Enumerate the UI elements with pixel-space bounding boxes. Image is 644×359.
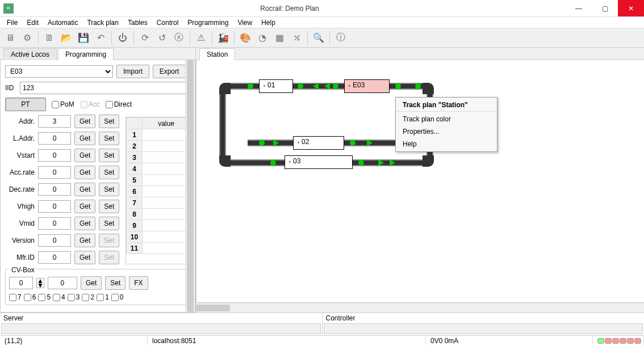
- cv-input-Vmid[interactable]: [38, 217, 71, 230]
- grid-cell[interactable]: [143, 243, 190, 254]
- tab-station[interactable]: Station: [199, 48, 235, 60]
- cvbox-fx[interactable]: FX: [129, 276, 148, 290]
- cv-input-Mfr.ID[interactable]: [38, 251, 71, 264]
- cvbox-input-b[interactable]: [48, 277, 77, 289]
- gauge-icon[interactable]: ◔: [254, 30, 270, 46]
- cycle-icon[interactable]: ↺: [154, 30, 170, 46]
- direct-checkbox[interactable]: Direct: [106, 100, 132, 108]
- grid-cell[interactable]: [143, 220, 190, 231]
- shuffle-icon[interactable]: ⤭: [288, 30, 304, 46]
- cvbit-7[interactable]: 7: [9, 293, 22, 301]
- pom-checkbox[interactable]: PoM: [52, 100, 74, 108]
- menu-automatic[interactable]: Automatic: [43, 18, 82, 28]
- cv-input-Vstart[interactable]: [38, 149, 71, 162]
- menu-help[interactable]: Help: [257, 18, 280, 28]
- track-canvas[interactable]: + 01 + E03 + 02 + 03: [196, 60, 644, 303]
- server-log[interactable]: [1, 323, 321, 334]
- cvbit-2[interactable]: 2: [82, 293, 94, 301]
- cv-input-Addr.[interactable]: [38, 115, 71, 128]
- tab-active-locos[interactable]: Active Locos: [3, 48, 57, 60]
- grid-cell[interactable]: [143, 152, 190, 163]
- grid-cell[interactable]: [143, 209, 190, 220]
- open-icon[interactable]: 📂: [58, 30, 74, 46]
- save-icon[interactable]: 💾: [76, 30, 91, 46]
- pt-button[interactable]: PT: [5, 98, 46, 111]
- grid-cell[interactable]: [143, 197, 190, 209]
- grid-cell[interactable]: [143, 163, 190, 175]
- grid-cell[interactable]: [143, 175, 190, 186]
- cv-get-7[interactable]: Get: [74, 234, 95, 247]
- import-button[interactable]: Import: [116, 65, 149, 78]
- ctx-help[interactable]: Help: [396, 138, 497, 150]
- cv-input-Acc.rate[interactable]: [38, 166, 71, 179]
- menu-tables[interactable]: Tables: [123, 18, 152, 28]
- block-02[interactable]: + 02: [293, 136, 344, 150]
- menu-view[interactable]: View: [233, 18, 257, 28]
- menu-file[interactable]: File: [2, 18, 22, 28]
- menu-edit[interactable]: Edit: [22, 18, 43, 28]
- export-button[interactable]: Export: [153, 65, 186, 78]
- cvbox-set[interactable]: Set: [105, 276, 126, 290]
- cv-set-3[interactable]: Set: [99, 166, 119, 179]
- cv-input-Version[interactable]: [38, 234, 71, 247]
- cvbit-6[interactable]: 6: [24, 293, 36, 301]
- block-e03[interactable]: + E03: [344, 79, 390, 93]
- cv-set-2[interactable]: Set: [99, 149, 119, 162]
- grid-icon[interactable]: ▦: [271, 30, 287, 46]
- info-icon[interactable]: ⓘ: [333, 30, 349, 46]
- cv-set-6[interactable]: Set: [99, 217, 119, 230]
- power-icon[interactable]: ⏻: [115, 30, 131, 46]
- canvas-hscroll[interactable]: [196, 303, 644, 312]
- cvbox-get[interactable]: Get: [81, 276, 102, 290]
- maximize-button[interactable]: ▢: [592, 0, 618, 16]
- grid-cell[interactable]: [143, 186, 190, 197]
- ctx-properties[interactable]: Properties...: [396, 125, 497, 138]
- new-icon[interactable]: 🗎: [41, 30, 57, 46]
- grid-cell[interactable]: [143, 129, 190, 141]
- cv-set-4[interactable]: Set: [99, 183, 119, 196]
- tab-programming[interactable]: Programming: [58, 48, 114, 60]
- block-01[interactable]: + 01: [259, 79, 293, 93]
- refresh-icon[interactable]: ⟳: [137, 30, 153, 46]
- cvbit-1[interactable]: 1: [97, 293, 109, 301]
- warning-icon[interactable]: ⚠: [193, 30, 209, 46]
- stop-icon[interactable]: ⓧ: [171, 30, 187, 46]
- cv-get-6[interactable]: Get: [74, 217, 95, 230]
- menu-control[interactable]: Control: [152, 18, 183, 28]
- ctx-trackplan-color[interactable]: Track plan color: [396, 113, 497, 125]
- cvbit-3[interactable]: 3: [68, 293, 80, 301]
- cv-input-Vhigh[interactable]: [38, 200, 71, 213]
- cv-get-1[interactable]: Get: [74, 132, 95, 145]
- menu-programming[interactable]: Programming: [183, 18, 233, 28]
- menu-trackplan[interactable]: Track plan: [82, 18, 123, 28]
- cvbox-input-a[interactable]: [9, 277, 33, 289]
- controller-log[interactable]: [324, 323, 643, 334]
- cv-get-4[interactable]: Get: [74, 183, 95, 196]
- close-button[interactable]: ✕: [618, 0, 644, 16]
- loco-icon[interactable]: 🚂: [215, 30, 231, 46]
- spin-down[interactable]: ▼: [37, 283, 44, 288]
- gear-icon[interactable]: ⚙: [19, 30, 35, 46]
- palette-icon[interactable]: 🎨: [237, 30, 253, 46]
- grid-cell[interactable]: [143, 231, 190, 243]
- minimize-button[interactable]: —: [566, 0, 592, 16]
- cvbit-5[interactable]: 5: [38, 293, 51, 301]
- cv-input-Dec.rate[interactable]: [38, 183, 71, 196]
- left-scrollbar[interactable]: [185, 60, 195, 312]
- grid-cell[interactable]: [143, 141, 190, 152]
- cv-set-1[interactable]: Set: [99, 132, 119, 145]
- value-grid[interactable]: value 1234567891011: [126, 117, 191, 264]
- loco-select[interactable]: E03: [5, 65, 113, 78]
- undo-icon[interactable]: ↶: [93, 30, 108, 46]
- cv-get-0[interactable]: Get: [74, 115, 95, 128]
- cv-set-5[interactable]: Set: [99, 200, 119, 213]
- cv-get-5[interactable]: Get: [74, 200, 95, 213]
- cvbit-0[interactable]: 0: [111, 293, 124, 301]
- cv-set-0[interactable]: Set: [99, 115, 119, 128]
- cv-get-8[interactable]: Get: [74, 251, 95, 264]
- cv-input-L.Addr.[interactable]: [38, 132, 71, 145]
- cv-get-3[interactable]: Get: [74, 166, 95, 179]
- monitor-icon[interactable]: 🖥: [2, 30, 18, 46]
- block-03[interactable]: + 03: [285, 155, 353, 169]
- cvbit-4[interactable]: 4: [53, 293, 65, 301]
